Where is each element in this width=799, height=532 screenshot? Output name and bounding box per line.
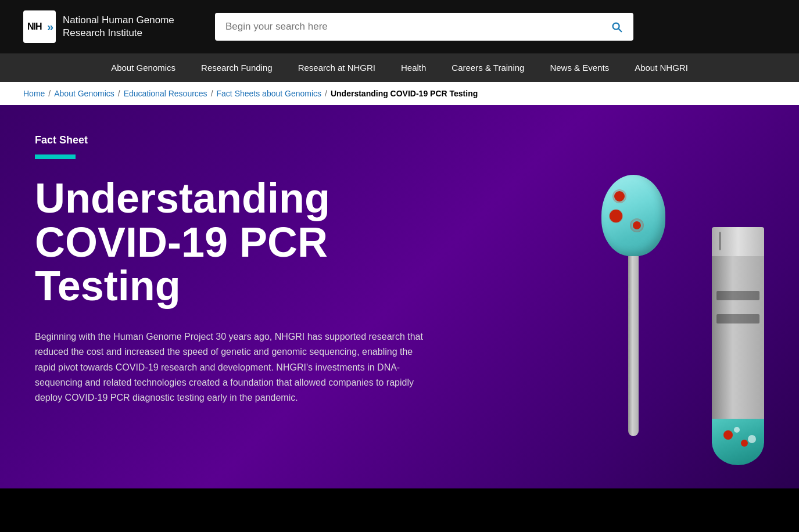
search-input[interactable] [215,13,600,41]
fact-sheet-label: Fact Sheet [35,134,764,146]
nav-about-nhgri[interactable]: About NHGRI [622,53,701,82]
breadcrumb-fact-sheets[interactable]: Fact Sheets about Genomics [217,89,322,98]
tube-stripe-2 [716,314,759,323]
hero-description: Beginning with the Human Genome Project … [35,329,430,406]
tube-body [712,256,764,419]
tube-stripe-1 [716,291,759,300]
search-bar[interactable] [215,13,633,41]
hero-section: Fact Sheet Understanding COVID-19 PCR Te… [0,105,799,488]
virus-dot-1 [614,191,625,202]
virus-dot-2 [610,210,622,222]
breadcrumb-sep-4: / [325,89,327,98]
breadcrumb-current: Understanding COVID-19 PCR Testing [331,89,478,98]
spoon-handle [628,256,639,436]
main-nav: About Genomics Research Funding Research… [0,53,799,82]
nav-research-funding[interactable]: Research Funding [188,53,285,82]
spoon-illustration [601,175,665,436]
breadcrumb-sep-2: / [118,89,120,98]
top-header: NIH » National Human Genome Research Ins… [0,0,799,53]
nih-text: NIH [27,21,42,32]
tube-bubble-1 [748,435,756,443]
nav-careers-training[interactable]: Careers & Training [439,53,537,82]
nav-health[interactable]: Health [388,53,439,82]
nav-about-genomics[interactable]: About Genomics [98,53,188,82]
hero-illustration [555,163,799,454]
breadcrumb-home[interactable]: Home [23,89,45,98]
institute-name: National Human Genome Research Institute [63,14,174,39]
tube-virus-1 [723,430,733,440]
breadcrumb-sep-1: / [48,89,51,98]
hero-title: Understanding COVID-19 PCR Testing [35,177,384,308]
tube-bottom [712,419,764,465]
virus-dot-3 [633,221,641,229]
tube-virus-2 [741,440,748,447]
breadcrumb-sep-3: / [211,89,213,98]
nav-news-events[interactable]: News & Events [537,53,622,82]
logo-area: NIH » National Human Genome Research Ins… [23,10,198,43]
tube-bubble-2 [734,427,740,433]
breadcrumb-about-genomics[interactable]: About Genomics [54,89,114,98]
test-tube-illustration [712,227,764,465]
tube-top [712,227,764,256]
nih-arrows: » [47,20,53,34]
search-button[interactable] [600,20,633,33]
teal-accent-bar [35,154,76,159]
breadcrumb: Home / About Genomics / Educational Reso… [0,82,799,105]
nih-logo: NIH » [23,10,56,43]
search-icon [610,20,623,33]
breadcrumb-educational-resources[interactable]: Educational Resources [124,89,207,98]
nav-research-at-nhgri[interactable]: Research at NHGRI [285,53,388,82]
spoon-head [601,175,665,256]
